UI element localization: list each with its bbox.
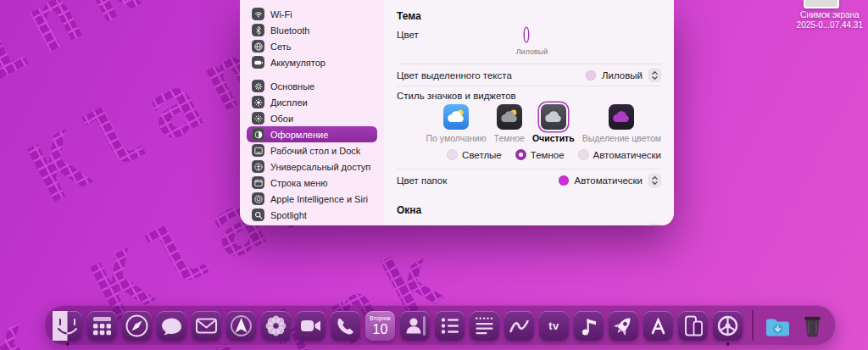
- notes-icon[interactable]: [470, 311, 499, 341]
- sidebar-item-displays[interactable]: Дисплеи: [247, 94, 377, 110]
- icon-style-label: Стиль значков и виджетов: [397, 91, 661, 101]
- music-icon[interactable]: [574, 311, 604, 341]
- swatch-orange[interactable]: [586, 30, 600, 44]
- bluetooth-icon: [252, 24, 264, 36]
- iphone-mirroring-icon[interactable]: [678, 311, 708, 341]
- radio-auto[interactable]: Автоматически: [578, 149, 661, 160]
- safari-icon[interactable]: [122, 311, 152, 341]
- screenshot-notification[interactable]: Снимок экрана 2025-0...07.44.31: [797, 10, 863, 31]
- settings-sidebar: Wi-Fi Bluetooth Сеть Аккумулятор Основны…: [240, 0, 384, 225]
- apps-grid-icon[interactable]: [87, 311, 117, 341]
- sidebar-item-menubar[interactable]: Строка меню: [247, 175, 377, 191]
- tv-logo: tv: [539, 311, 569, 341]
- swatch-multicolor[interactable]: [484, 30, 498, 44]
- sidebar-item-general[interactable]: Основные: [247, 78, 377, 94]
- swatch-blue[interactable]: [504, 30, 519, 44]
- windows-section-header: Окна: [397, 204, 661, 216]
- calendar-icon[interactable]: Вторник 10: [365, 311, 395, 341]
- swatch-purple-selected[interactable]: Лиловый: [525, 30, 539, 44]
- sidebar-label: Основные: [270, 81, 314, 92]
- apple-tv-icon[interactable]: tv: [539, 311, 569, 341]
- swatch-red[interactable]: [565, 30, 580, 44]
- sidebar-item-bluetooth[interactable]: Bluetooth: [247, 22, 377, 38]
- sidebar-item-network[interactable]: Сеть: [247, 38, 377, 54]
- sidebar-label: Spotlight: [270, 210, 307, 220]
- system-settings-window: Wi-Fi Bluetooth Сеть Аккумулятор Основны…: [240, 0, 674, 225]
- sidebar-label: Оформление: [270, 130, 328, 140]
- accent-color-label: Цвет: [397, 30, 419, 40]
- facetime-icon[interactable]: [296, 311, 326, 341]
- trash-icon[interactable]: [798, 311, 827, 341]
- sidebar-label: Обои: [270, 114, 293, 124]
- globe-icon: [252, 40, 264, 53]
- screenshot-thumbnail[interactable]: [804, 0, 839, 8]
- icon-style-clear[interactable]: Очистить: [532, 104, 575, 143]
- screenshot-time: 2025-0...07.44.31: [797, 20, 863, 31]
- icon-style-dark-preview: [497, 104, 522, 130]
- sidebar-label: Apple Intelligence и Siri: [270, 194, 368, 204]
- appearance-pane: Тема Цвет Лиловый Цвет выделенного т: [384, 0, 674, 225]
- dock-separator: [752, 310, 754, 341]
- reminders-icon[interactable]: [435, 311, 465, 341]
- theme-section-header: Тема: [397, 10, 661, 22]
- icon-style-tinted[interactable]: Выделение цветом: [582, 104, 661, 143]
- icon-style-tinted-preview: [609, 104, 634, 130]
- finder-icon[interactable]: [53, 311, 82, 341]
- sidebar-icon-size-row: Размер значков в боковом меню Средний: [397, 219, 661, 225]
- mail-icon[interactable]: [192, 311, 221, 341]
- wallpaper-icon: [252, 112, 264, 125]
- sidebar-icon-size-stepper[interactable]: [648, 224, 661, 226]
- sidebar-item-appearance[interactable]: Оформление: [247, 126, 377, 142]
- brightness-icon: [252, 96, 264, 108]
- sidebar-item-apple-intelligence[interactable]: Apple Intelligence и Siri: [247, 191, 377, 207]
- desktop-dock-icon: [252, 144, 264, 157]
- highlight-color-stepper[interactable]: [648, 69, 661, 82]
- sidebar-item-desktop-dock[interactable]: Рабочий стол и Dock: [247, 142, 377, 158]
- radio-light[interactable]: Светлые: [447, 149, 502, 160]
- icon-style-mode-radios: Светлые Темное Автоматически: [397, 147, 661, 167]
- highlight-color-swatch: [586, 70, 596, 81]
- folder-color-value: Автоматически: [575, 175, 643, 186]
- swatch-gray[interactable]: [647, 30, 661, 44]
- rocket-icon[interactable]: [609, 311, 638, 341]
- maps-icon[interactable]: [226, 311, 256, 341]
- spotlight-icon: [252, 208, 264, 221]
- downloads-folder-icon[interactable]: [763, 311, 793, 341]
- folder-color-label: Цвет папок: [397, 175, 447, 186]
- screenshot-title: Снимок экрана: [797, 10, 863, 20]
- app-store-icon[interactable]: [643, 311, 673, 341]
- sidebar-item-battery[interactable]: Аккумулятор: [247, 54, 377, 70]
- highlight-color-label: Цвет выделенного текста: [397, 70, 512, 81]
- sidebar-item-spotlight[interactable]: Spotlight: [247, 207, 377, 223]
- swatch-yellow[interactable]: [606, 30, 620, 44]
- sidebar-item-wallpaper[interactable]: Обои: [247, 110, 377, 126]
- calendar-day: 10: [373, 322, 388, 336]
- system-settings-icon[interactable]: [713, 311, 743, 341]
- desktop: ink Stink Kl Clink Klank Boink Klank Sti…: [0, 0, 868, 350]
- contacts-icon[interactable]: [400, 311, 430, 341]
- icon-style-options: По умолчанию Темное Очистить Выделение ц…: [397, 104, 661, 143]
- folder-color-swatch: [559, 175, 569, 186]
- swatch-green[interactable]: [626, 30, 641, 44]
- sidebar-icon-size-value: Средний: [603, 225, 643, 226]
- icon-style-default-preview: [443, 104, 469, 130]
- phone-icon[interactable]: [331, 311, 360, 341]
- sidebar-item-wifi[interactable]: Wi-Fi: [247, 6, 377, 22]
- sidebar-item-accessibility[interactable]: Универсальный доступ: [247, 158, 377, 175]
- running-indicator: [726, 342, 730, 346]
- radio-dark[interactable]: Темное: [515, 149, 565, 160]
- messages-icon[interactable]: [157, 311, 186, 341]
- sidebar-label: Сеть: [270, 42, 291, 52]
- photos-icon[interactable]: [261, 311, 291, 341]
- icon-style-default[interactable]: По умолчанию: [426, 104, 487, 143]
- freeform-icon[interactable]: [504, 311, 534, 341]
- sidebar-label: Аккумулятор: [270, 58, 326, 68]
- sidebar-icon-size-label: Размер значков в боковом меню: [397, 225, 544, 226]
- icon-style-dark[interactable]: Темное: [494, 104, 525, 143]
- accent-color-row: Цвет Лиловый: [397, 25, 661, 64]
- swatch-pink[interactable]: [545, 30, 559, 44]
- folder-color-stepper[interactable]: [648, 174, 661, 187]
- highlight-color-value: Лиловый: [602, 70, 643, 81]
- dock: Вторник 10 tv: [44, 305, 836, 346]
- sidebar-label: Wi-Fi: [270, 9, 292, 19]
